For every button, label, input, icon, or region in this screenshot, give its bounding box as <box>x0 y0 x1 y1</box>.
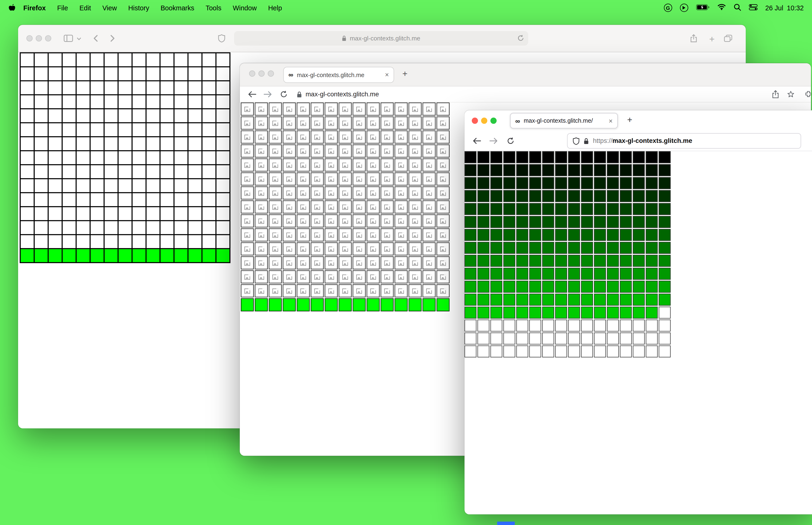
extensions-button[interactable] <box>805 91 811 98</box>
lock-button[interactable] <box>297 91 302 98</box>
grid-cell <box>63 68 76 80</box>
broken-image-icon <box>370 288 376 294</box>
grid-cell <box>21 207 34 220</box>
address-bar[interactable]: max-gl-contexts.glitch.me <box>234 31 528 46</box>
tab-max-gl-contexts[interactable]: ∞ max-gl-contexts.glitch.me/ × <box>510 113 618 128</box>
grid-cell <box>63 53 76 66</box>
menu-tools[interactable]: Tools <box>200 4 227 12</box>
grid-cell <box>581 164 593 176</box>
search-icon[interactable] <box>734 3 741 12</box>
grid-cell <box>21 81 34 94</box>
tab-close-icon[interactable]: × <box>609 117 613 124</box>
broken-image-icon <box>328 246 334 252</box>
grid-cell <box>659 151 671 163</box>
sidebar-chevron-button[interactable] <box>77 38 81 41</box>
close-button[interactable] <box>26 35 32 41</box>
address-bar[interactable]: max-gl-contexts.glitch.me <box>305 91 379 98</box>
share-button[interactable] <box>772 90 779 99</box>
privacy-shield-button[interactable] <box>218 34 225 42</box>
grid-cell <box>542 345 554 357</box>
sidebar-button[interactable] <box>64 35 73 42</box>
close-button[interactable] <box>472 118 478 124</box>
zoom-button[interactable] <box>490 118 496 124</box>
grid-cell <box>339 145 352 158</box>
grid-cell <box>555 345 567 357</box>
menu-app-name[interactable]: Firefox <box>18 4 51 12</box>
new-tab-button[interactable]: + <box>709 34 715 44</box>
new-tab-button[interactable]: + <box>627 116 632 124</box>
broken-image-icon <box>315 232 320 238</box>
grid-cell <box>568 190 580 202</box>
tab-max-gl-contexts[interactable]: ∞ max-gl-contexts.glitch.me × <box>284 67 394 83</box>
menu-history[interactable]: History <box>123 4 155 12</box>
share-button[interactable] <box>690 34 697 42</box>
broken-image-icon <box>315 288 320 294</box>
grid-cell <box>555 203 567 215</box>
minimize-button[interactable] <box>481 118 487 124</box>
broken-image-icon <box>412 106 418 111</box>
grid-cell <box>516 320 528 332</box>
bookmark-star-button[interactable] <box>787 91 794 98</box>
battery-icon[interactable] <box>696 4 709 12</box>
back-button[interactable] <box>473 138 481 144</box>
broken-image-icon <box>287 162 292 168</box>
grid-cell <box>477 177 489 189</box>
grid-cell <box>381 270 394 283</box>
grid-cell <box>269 172 282 185</box>
tab-close-icon[interactable]: × <box>385 72 389 78</box>
grid-cell <box>503 345 515 357</box>
reload-button[interactable] <box>280 91 287 98</box>
menu-view[interactable]: View <box>97 4 123 12</box>
close-button[interactable] <box>249 71 255 77</box>
grid-cell <box>77 95 90 108</box>
grid-cell <box>568 203 580 215</box>
grid-cell <box>77 137 90 150</box>
broken-image-icon <box>440 120 446 125</box>
grid-cell <box>555 332 567 345</box>
forward-button[interactable] <box>264 91 272 97</box>
forward-button[interactable] <box>110 35 115 42</box>
broken-image-icon <box>356 274 362 280</box>
grid-cell <box>174 179 187 192</box>
grid-cell <box>105 193 118 206</box>
grid-cell <box>646 281 658 293</box>
grid-cell <box>63 81 76 94</box>
minimize-button[interactable] <box>36 35 42 41</box>
broken-image-icon <box>300 205 306 210</box>
grid-cell <box>282 172 295 185</box>
forward-button[interactable] <box>489 138 497 144</box>
grid-cell <box>542 164 554 176</box>
zoom-button[interactable] <box>268 71 274 77</box>
grid-cell <box>241 131 254 144</box>
play-icon[interactable] <box>680 3 688 12</box>
reload-button[interactable] <box>517 35 524 43</box>
grammarly-icon[interactable]: G <box>664 3 672 12</box>
menu-clock[interactable]: 26 Jul10:32 <box>765 4 804 12</box>
grid-cell <box>542 307 554 319</box>
back-button[interactable] <box>248 91 256 97</box>
menu-bookmarks[interactable]: Bookmarks <box>155 4 200 12</box>
broken-image-icon <box>244 134 250 139</box>
menu-window[interactable]: Window <box>227 4 262 12</box>
grid-cell <box>607 345 619 357</box>
new-tab-button[interactable]: + <box>402 69 408 78</box>
wifi-icon[interactable] <box>717 3 726 12</box>
back-button[interactable] <box>93 35 98 42</box>
broken-image-icon <box>328 134 334 139</box>
address-bar[interactable]: https://max-gl-contexts.glitch.me <box>567 133 801 149</box>
broken-image-icon <box>356 260 362 266</box>
minimize-button[interactable] <box>258 71 264 77</box>
grid-cell <box>542 177 554 189</box>
control-center-icon[interactable] <box>749 4 757 12</box>
grid-cell <box>490 268 502 280</box>
zoom-button[interactable] <box>45 35 51 41</box>
apple-menu[interactable] <box>8 3 18 12</box>
reload-button[interactable] <box>507 137 514 145</box>
menu-edit[interactable]: Edit <box>74 4 97 12</box>
broken-image-icon <box>287 260 292 266</box>
menu-help[interactable]: Help <box>262 4 288 12</box>
tab-overview-button[interactable] <box>724 35 732 42</box>
grid-cell <box>119 151 132 164</box>
menu-file[interactable]: File <box>51 4 74 12</box>
broken-image-icon <box>287 106 292 111</box>
